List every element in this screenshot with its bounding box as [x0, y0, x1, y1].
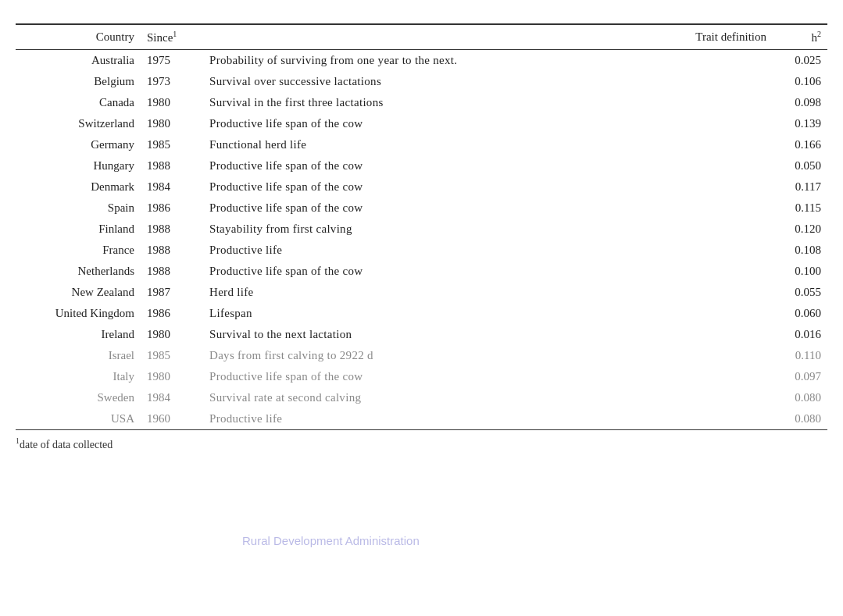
cell-trait: Productive life span of the cow [203, 198, 773, 219]
cell-since: 1960 [141, 408, 203, 430]
cell-trait: Survival in the first three lactations [203, 92, 773, 113]
cell-since: 1986 [141, 198, 203, 219]
cell-since: 1980 [141, 113, 203, 134]
table-row: Sweden1984Survival rate at second calvin… [16, 387, 827, 408]
cell-since: 1986 [141, 303, 203, 324]
cell-since: 1985 [141, 134, 203, 155]
col-header-h2: h2 [773, 24, 827, 50]
cell-h2: 0.120 [773, 219, 827, 240]
col-header-since: Since1 [141, 24, 203, 50]
table-row: Germany1985Functional herd life0.166 [16, 134, 827, 155]
cell-trait: Days from first calving to 2922 d [203, 345, 773, 366]
table-row: Belgium1973Survival over successive lact… [16, 71, 827, 92]
data-table: Country Since1 Trait definition h2 Austr… [16, 23, 827, 430]
cell-since: 1984 [141, 176, 203, 198]
cell-h2: 0.108 [773, 240, 827, 261]
table-row: Netherlands1988Productive life span of t… [16, 261, 827, 282]
cell-h2: 0.097 [773, 366, 827, 387]
cell-h2: 0.060 [773, 303, 827, 324]
cell-country: Ireland [16, 324, 141, 345]
cell-trait: Functional herd life [203, 134, 773, 155]
cell-since: 1980 [141, 324, 203, 345]
table-row: Spain1986Productive life span of the cow… [16, 198, 827, 219]
table-row: Australia1975Probability of surviving fr… [16, 50, 827, 72]
footnote-text: date of data collected [20, 439, 113, 450]
cell-h2: 0.115 [773, 198, 827, 219]
cell-trait: Herd life [203, 282, 773, 303]
table-row: France1988Productive life0.108 [16, 240, 827, 261]
cell-country: Israel [16, 345, 141, 366]
cell-country: France [16, 240, 141, 261]
cell-since: 1988 [141, 219, 203, 240]
cell-h2: 0.139 [773, 113, 827, 134]
table-row: Switzerland1980Productive life span of t… [16, 113, 827, 134]
table-row: Hungary1988Productive life span of the c… [16, 155, 827, 176]
cell-trait: Productive life [203, 240, 773, 261]
cell-trait: Productive life span of the cow [203, 366, 773, 387]
cell-country: Canada [16, 92, 141, 113]
cell-h2: 0.016 [773, 324, 827, 345]
cell-country: United Kingdom [16, 303, 141, 324]
cell-country: Hungary [16, 155, 141, 176]
cell-h2: 0.080 [773, 408, 827, 430]
cell-h2: 0.110 [773, 345, 827, 366]
cell-since: 1973 [141, 71, 203, 92]
table-row: Canada1980Survival in the first three la… [16, 92, 827, 113]
cell-country: Switzerland [16, 113, 141, 134]
cell-h2: 0.166 [773, 134, 827, 155]
watermark-text: Rural Development Administration [242, 534, 420, 547]
cell-country: Australia [16, 50, 141, 72]
table-wrapper: Country Since1 Trait definition h2 Austr… [16, 23, 827, 451]
cell-since: 1984 [141, 387, 203, 408]
cell-trait: Productive life span of the cow [203, 176, 773, 198]
cell-trait: Survival over successive lactations [203, 71, 773, 92]
cell-h2: 0.098 [773, 92, 827, 113]
cell-since: 1980 [141, 366, 203, 387]
cell-h2: 0.100 [773, 261, 827, 282]
cell-since: 1987 [141, 282, 203, 303]
cell-country: USA [16, 408, 141, 430]
cell-since: 1985 [141, 345, 203, 366]
table-footnote: 1date of data collected [16, 436, 827, 451]
cell-h2: 0.055 [773, 282, 827, 303]
table-row: Ireland1980Survival to the next lactatio… [16, 324, 827, 345]
cell-country: Finland [16, 219, 141, 240]
table-row: USA1960Productive life0.080 [16, 408, 827, 430]
table-header-row: Country Since1 Trait definition h2 [16, 24, 827, 50]
cell-since: 1988 [141, 155, 203, 176]
table-row: Finland1988Stayability from first calvin… [16, 219, 827, 240]
col-header-trait: Trait definition [203, 24, 773, 50]
cell-h2: 0.025 [773, 50, 827, 72]
cell-trait: Productive life span of the cow [203, 261, 773, 282]
cell-h2: 0.080 [773, 387, 827, 408]
cell-country: Germany [16, 134, 141, 155]
table-row: Israel1985Days from first calving to 292… [16, 345, 827, 366]
cell-trait: Survival rate at second calving [203, 387, 773, 408]
cell-since: 1975 [141, 50, 203, 72]
cell-trait: Productive life span of the cow [203, 155, 773, 176]
cell-country: Italy [16, 366, 141, 387]
cell-trait: Survival to the next lactation [203, 324, 773, 345]
cell-country: New Zealand [16, 282, 141, 303]
cell-since: 1980 [141, 92, 203, 113]
table-row: United Kingdom1986Lifespan0.060 [16, 303, 827, 324]
cell-country: Sweden [16, 387, 141, 408]
cell-country: Denmark [16, 176, 141, 198]
cell-country: Belgium [16, 71, 141, 92]
cell-country: Spain [16, 198, 141, 219]
cell-trait: Probability of surviving from one year t… [203, 50, 773, 72]
table-row: Denmark1984Productive life span of the c… [16, 176, 827, 198]
cell-h2: 0.106 [773, 71, 827, 92]
cell-h2: 0.050 [773, 155, 827, 176]
cell-trait: Stayability from first calving [203, 219, 773, 240]
cell-trait: Productive life [203, 408, 773, 430]
cell-country: Netherlands [16, 261, 141, 282]
col-header-country: Country [16, 24, 141, 50]
table-row: New Zealand1987Herd life0.055 [16, 282, 827, 303]
table-row: Italy1980Productive life span of the cow… [16, 366, 827, 387]
cell-since: 1988 [141, 240, 203, 261]
cell-trait: Productive life span of the cow [203, 113, 773, 134]
cell-trait: Lifespan [203, 303, 773, 324]
cell-h2: 0.117 [773, 176, 827, 198]
cell-since: 1988 [141, 261, 203, 282]
